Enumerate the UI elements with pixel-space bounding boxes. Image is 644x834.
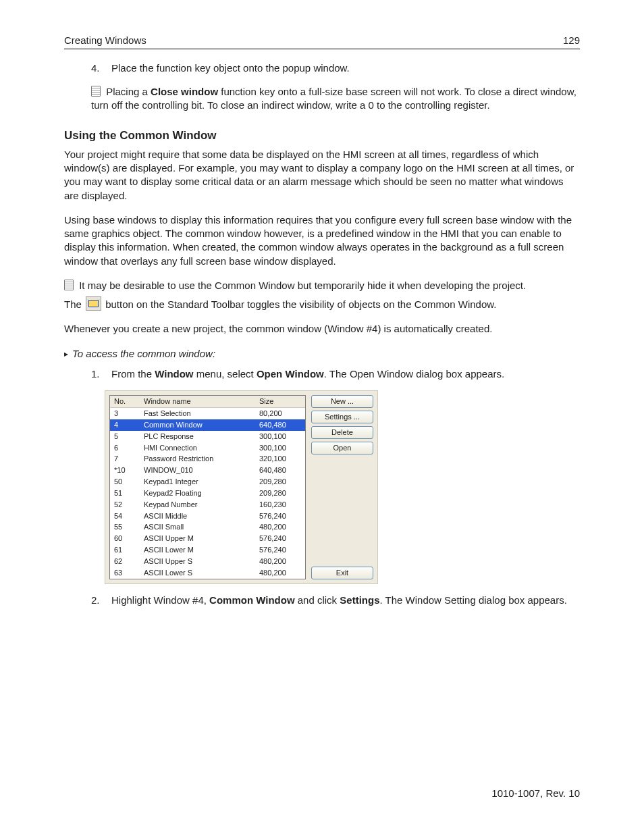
step-4: 4. Place the function key object onto th… — [91, 61, 580, 75]
cell-name: Password Restriction — [144, 454, 259, 464]
tip-text-2a: The — [64, 298, 84, 310]
cell-no: 51 — [114, 488, 144, 498]
header-left: Creating Windows — [64, 34, 146, 47]
cell-name: ASCII Upper S — [144, 556, 259, 567]
cell-name: ASCII Small — [144, 522, 259, 532]
cell-size: 480,200 — [259, 522, 301, 532]
cell-no: 52 — [114, 500, 144, 510]
cell-no: *10 — [114, 465, 144, 475]
list-row[interactable]: *10WINDOW_010640,480 — [110, 465, 305, 476]
step-1-text: From the Window menu, select Open Window… — [111, 367, 504, 381]
note-icon — [91, 86, 101, 97]
cell-name: ASCII Lower S — [144, 568, 259, 578]
list-row[interactable]: 5PLC Response300,100 — [110, 431, 305, 442]
list-row[interactable]: 6HMI Connection300,100 — [110, 442, 305, 454]
cell-no: 50 — [114, 477, 144, 487]
cell-size: 576,240 — [259, 511, 301, 521]
cell-size: 300,100 — [259, 432, 301, 442]
step-2: 2. Highlight Window #4, Common Window an… — [91, 594, 580, 607]
cell-no: 4 — [114, 420, 144, 430]
cell-name: Fast Selection — [144, 409, 259, 419]
note-bold: Close window — [151, 86, 218, 97]
procedure-title: To access the common window: — [64, 347, 580, 361]
open-window-dialog: No. Window name Size 3Fast Selection80,2… — [105, 390, 378, 584]
window-list[interactable]: No. Window name Size 3Fast Selection80,2… — [109, 395, 306, 579]
list-row[interactable]: 4Common Window640,480 — [110, 419, 305, 431]
step-4-number: 4. — [91, 61, 111, 75]
note-close-window: Placing a Close window function key onto… — [91, 85, 580, 113]
cell-no: 5 — [114, 432, 144, 442]
exit-button[interactable]: Exit — [311, 567, 373, 579]
cell-no: 62 — [114, 556, 144, 567]
list-row[interactable]: 62ASCII Upper S480,200 — [110, 556, 305, 567]
step-2-number: 2. — [91, 594, 111, 607]
cell-no: 3 — [114, 409, 144, 419]
cell-name: Common Window — [144, 420, 259, 430]
cell-name: WINDOW_010 — [144, 465, 259, 475]
page-footer: 1010-1007, Rev. 10 — [491, 787, 580, 800]
cell-no: 61 — [114, 545, 144, 555]
step-1-number: 1. — [91, 367, 111, 381]
new-button[interactable]: New ... — [311, 395, 373, 408]
paragraph-1: Your project might require that some dat… — [64, 148, 580, 203]
list-row[interactable]: 50Keypad1 Integer209,280 — [110, 476, 305, 488]
header-right: 129 — [563, 34, 580, 47]
list-row[interactable]: 60ASCII Upper M576,240 — [110, 533, 305, 544]
tip-text-1: It may be desirable to use the Common Wi… — [79, 280, 526, 291]
cell-no: 63 — [114, 568, 144, 578]
cell-size: 576,240 — [259, 545, 301, 555]
list-row[interactable]: 55ASCII Small480,200 — [110, 521, 305, 533]
cell-size: 160,230 — [259, 500, 301, 510]
delete-button[interactable]: Delete — [311, 426, 373, 439]
cell-name: Keypad Number — [144, 500, 259, 510]
cell-name: Keypad1 Integer — [144, 477, 259, 487]
tip-line-1: It may be desirable to use the Common Wi… — [64, 279, 580, 292]
cell-name: HMI Connection — [144, 443, 259, 453]
paragraph-2: Using base windows to display this infor… — [64, 213, 580, 268]
cell-name: ASCII Middle — [144, 511, 259, 521]
cell-no: 55 — [114, 522, 144, 532]
cell-no: 6 — [114, 443, 144, 453]
cell-name: ASCII Upper M — [144, 533, 259, 544]
col-header-name: Window name — [144, 396, 259, 407]
cell-size: 480,200 — [259, 568, 301, 578]
cell-size: 576,240 — [259, 533, 301, 544]
step-2-text: Highlight Window #4, Common Window and c… — [111, 594, 567, 607]
section-heading: Using the Common Window — [64, 128, 580, 144]
tip-line-2: The button on the Standard Toolbar toggl… — [64, 296, 580, 311]
settings-button[interactable]: Settings ... — [311, 411, 373, 423]
step-1: 1. From the Window menu, select Open Win… — [91, 367, 580, 381]
cell-name: Keypad2 Floating — [144, 488, 259, 498]
list-row[interactable]: 63ASCII Lower S480,200 — [110, 567, 305, 579]
list-row[interactable]: 51Keypad2 Floating209,280 — [110, 488, 305, 499]
tip-text-2b: button on the Standard Toolbar toggles t… — [103, 298, 496, 310]
cell-size: 209,280 — [259, 477, 301, 487]
cell-no: 7 — [114, 454, 144, 464]
list-row[interactable]: 52Keypad Number160,230 — [110, 499, 305, 511]
cell-size: 640,480 — [259, 465, 301, 475]
note-pre: Placing a — [106, 86, 151, 97]
cell-no: 54 — [114, 511, 144, 521]
cell-no: 60 — [114, 533, 144, 544]
cell-size: 640,480 — [259, 420, 301, 430]
cell-size: 320,100 — [259, 454, 301, 464]
cell-size: 480,200 — [259, 556, 301, 567]
open-button[interactable]: Open — [311, 442, 373, 454]
cell-size: 80,200 — [259, 409, 301, 419]
cell-name: ASCII Lower M — [144, 545, 259, 555]
list-row[interactable]: 54ASCII Middle576,240 — [110, 511, 305, 522]
cell-size: 300,100 — [259, 443, 301, 453]
list-row[interactable]: 61ASCII Lower M576,240 — [110, 544, 305, 556]
cell-size: 209,280 — [259, 488, 301, 498]
paragraph-3: Whenever you create a new project, the c… — [64, 322, 580, 336]
list-row[interactable]: 7Password Restriction320,100 — [110, 453, 305, 465]
list-header: No. Window name Size — [110, 396, 305, 408]
common-window-toggle-icon — [86, 296, 101, 311]
col-header-size: Size — [259, 396, 301, 407]
page-header: Creating Windows 129 — [64, 34, 580, 49]
col-header-no: No. — [114, 396, 144, 407]
cell-name: PLC Response — [144, 432, 259, 442]
dialog-button-column: New ... Settings ... Delete Open Exit — [311, 395, 373, 579]
list-row[interactable]: 3Fast Selection80,200 — [110, 408, 305, 419]
step-4-text: Place the function key object onto the p… — [111, 61, 350, 75]
